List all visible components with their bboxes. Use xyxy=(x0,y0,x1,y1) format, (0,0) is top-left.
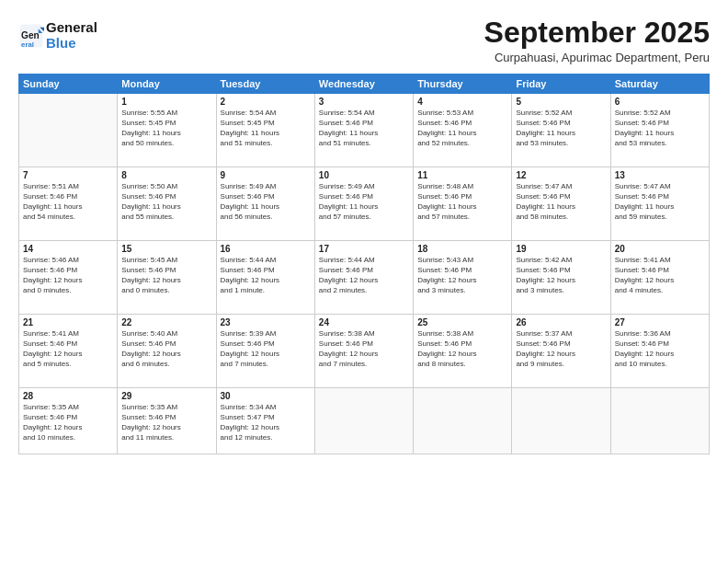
header-row: SundayMondayTuesdayWednesdayThursdayFrid… xyxy=(19,75,710,94)
day-number: 29 xyxy=(121,391,211,401)
calendar-cell: 30Sunrise: 5:34 AM Sunset: 5:47 PM Dayli… xyxy=(216,388,314,454)
day-info: Sunrise: 5:35 AM Sunset: 5:46 PM Dayligh… xyxy=(23,403,113,442)
day-number: 4 xyxy=(417,97,507,107)
logo: Gen eral General Blue xyxy=(18,20,97,51)
calendar-cell xyxy=(512,388,610,454)
day-number: 18 xyxy=(417,244,507,254)
calendar-cell: 16Sunrise: 5:44 AM Sunset: 5:46 PM Dayli… xyxy=(216,241,314,315)
calendar-cell: 27Sunrise: 5:36 AM Sunset: 5:46 PM Dayli… xyxy=(610,315,709,388)
calendar-cell: 18Sunrise: 5:43 AM Sunset: 5:46 PM Dayli… xyxy=(414,241,512,315)
day-info: Sunrise: 5:44 AM Sunset: 5:46 PM Dayligh… xyxy=(221,256,311,295)
calendar-cell: 19Sunrise: 5:42 AM Sunset: 5:46 PM Dayli… xyxy=(512,241,610,315)
calendar-cell: 1Sunrise: 5:55 AM Sunset: 5:45 PM Daylig… xyxy=(118,94,216,167)
day-info: Sunrise: 5:41 AM Sunset: 5:46 PM Dayligh… xyxy=(23,329,113,369)
day-number: 17 xyxy=(319,244,409,254)
calendar-cell: 10Sunrise: 5:49 AM Sunset: 5:46 PM Dayli… xyxy=(314,167,413,241)
calendar-cell: 4Sunrise: 5:53 AM Sunset: 5:46 PM Daylig… xyxy=(414,94,512,167)
day-info: Sunrise: 5:50 AM Sunset: 5:46 PM Dayligh… xyxy=(121,182,211,222)
day-info: Sunrise: 5:46 AM Sunset: 5:46 PM Dayligh… xyxy=(23,256,113,295)
col-header-thursday: Thursday xyxy=(414,75,512,94)
day-number: 2 xyxy=(221,97,311,107)
day-number: 28 xyxy=(23,391,113,401)
day-info: Sunrise: 5:38 AM Sunset: 5:46 PM Dayligh… xyxy=(417,329,507,369)
day-info: Sunrise: 5:39 AM Sunset: 5:46 PM Dayligh… xyxy=(221,329,311,369)
day-info: Sunrise: 5:44 AM Sunset: 5:46 PM Dayligh… xyxy=(319,256,409,295)
day-number: 27 xyxy=(615,317,705,327)
logo-line1: General xyxy=(46,20,97,36)
calendar-cell xyxy=(19,94,118,167)
day-number: 10 xyxy=(319,170,409,180)
day-info: Sunrise: 5:49 AM Sunset: 5:46 PM Dayligh… xyxy=(319,182,409,222)
calendar-cell: 12Sunrise: 5:47 AM Sunset: 5:46 PM Dayli… xyxy=(512,167,610,241)
day-info: Sunrise: 5:54 AM Sunset: 5:46 PM Dayligh… xyxy=(319,109,409,148)
calendar-cell: 21Sunrise: 5:41 AM Sunset: 5:46 PM Dayli… xyxy=(19,315,118,388)
day-number: 23 xyxy=(221,317,311,327)
day-info: Sunrise: 5:35 AM Sunset: 5:46 PM Dayligh… xyxy=(121,403,211,442)
logo-line2: Blue xyxy=(46,36,97,52)
col-header-sunday: Sunday xyxy=(19,75,118,94)
title-block: September 2025 Curpahuasi, Apurimac Depa… xyxy=(484,17,710,64)
calendar-cell: 5Sunrise: 5:52 AM Sunset: 5:46 PM Daylig… xyxy=(512,94,610,167)
day-info: Sunrise: 5:51 AM Sunset: 5:46 PM Dayligh… xyxy=(23,182,113,222)
calendar-cell: 25Sunrise: 5:38 AM Sunset: 5:46 PM Dayli… xyxy=(414,315,512,388)
day-number: 9 xyxy=(221,170,311,180)
calendar-cell: 22Sunrise: 5:40 AM Sunset: 5:46 PM Dayli… xyxy=(118,315,216,388)
col-header-monday: Monday xyxy=(118,75,216,94)
day-info: Sunrise: 5:53 AM Sunset: 5:46 PM Dayligh… xyxy=(417,109,507,148)
day-info: Sunrise: 5:34 AM Sunset: 5:47 PM Dayligh… xyxy=(221,403,311,442)
day-info: Sunrise: 5:52 AM Sunset: 5:46 PM Dayligh… xyxy=(615,109,705,148)
calendar-cell xyxy=(414,388,512,454)
col-header-friday: Friday xyxy=(512,75,610,94)
calendar-cell xyxy=(314,388,413,454)
day-number: 15 xyxy=(121,244,211,254)
col-header-wednesday: Wednesday xyxy=(314,75,413,94)
calendar-cell: 13Sunrise: 5:47 AM Sunset: 5:46 PM Dayli… xyxy=(610,167,709,241)
day-info: Sunrise: 5:43 AM Sunset: 5:46 PM Dayligh… xyxy=(417,256,507,295)
calendar-cell: 24Sunrise: 5:38 AM Sunset: 5:46 PM Dayli… xyxy=(314,315,413,388)
day-info: Sunrise: 5:41 AM Sunset: 5:46 PM Dayligh… xyxy=(615,256,705,295)
day-info: Sunrise: 5:36 AM Sunset: 5:46 PM Dayligh… xyxy=(615,329,705,369)
week-row-1: 1Sunrise: 5:55 AM Sunset: 5:45 PM Daylig… xyxy=(19,94,710,167)
calendar-cell: 11Sunrise: 5:48 AM Sunset: 5:46 PM Dayli… xyxy=(414,167,512,241)
day-info: Sunrise: 5:48 AM Sunset: 5:46 PM Dayligh… xyxy=(417,182,507,222)
day-info: Sunrise: 5:49 AM Sunset: 5:46 PM Dayligh… xyxy=(221,182,311,222)
calendar-cell: 17Sunrise: 5:44 AM Sunset: 5:46 PM Dayli… xyxy=(314,241,413,315)
day-info: Sunrise: 5:54 AM Sunset: 5:45 PM Dayligh… xyxy=(221,109,311,148)
day-info: Sunrise: 5:47 AM Sunset: 5:46 PM Dayligh… xyxy=(615,182,705,222)
day-number: 6 xyxy=(615,97,705,107)
calendar-cell: 26Sunrise: 5:37 AM Sunset: 5:46 PM Dayli… xyxy=(512,315,610,388)
calendar-cell: 20Sunrise: 5:41 AM Sunset: 5:46 PM Dayli… xyxy=(610,241,709,315)
calendar-cell: 3Sunrise: 5:54 AM Sunset: 5:46 PM Daylig… xyxy=(314,94,413,167)
page-header: Gen eral General Blue September 2025 Cur… xyxy=(18,17,710,64)
day-number: 11 xyxy=(417,170,507,180)
day-number: 19 xyxy=(516,244,606,254)
day-number: 16 xyxy=(221,244,311,254)
calendar-cell: 29Sunrise: 5:35 AM Sunset: 5:46 PM Dayli… xyxy=(118,388,216,454)
calendar-cell xyxy=(610,388,709,454)
day-info: Sunrise: 5:55 AM Sunset: 5:45 PM Dayligh… xyxy=(121,109,211,148)
day-number: 26 xyxy=(516,317,606,327)
day-info: Sunrise: 5:37 AM Sunset: 5:46 PM Dayligh… xyxy=(516,329,606,369)
day-number: 8 xyxy=(121,170,211,180)
day-number: 1 xyxy=(121,97,211,107)
day-number: 24 xyxy=(319,317,409,327)
day-number: 22 xyxy=(121,317,211,327)
day-number: 20 xyxy=(615,244,705,254)
week-row-3: 14Sunrise: 5:46 AM Sunset: 5:46 PM Dayli… xyxy=(19,241,710,315)
calendar-cell: 28Sunrise: 5:35 AM Sunset: 5:46 PM Dayli… xyxy=(19,388,118,454)
location-subtitle: Curpahuasi, Apurimac Department, Peru xyxy=(484,51,710,64)
logo-icon: Gen eral xyxy=(18,23,44,49)
month-title: September 2025 xyxy=(484,17,710,49)
day-info: Sunrise: 5:42 AM Sunset: 5:46 PM Dayligh… xyxy=(516,256,606,295)
day-number: 30 xyxy=(221,391,311,401)
day-number: 14 xyxy=(23,244,113,254)
day-number: 7 xyxy=(23,170,113,180)
calendar-cell: 6Sunrise: 5:52 AM Sunset: 5:46 PM Daylig… xyxy=(610,94,709,167)
day-number: 25 xyxy=(417,317,507,327)
calendar-cell: 2Sunrise: 5:54 AM Sunset: 5:45 PM Daylig… xyxy=(216,94,314,167)
day-info: Sunrise: 5:45 AM Sunset: 5:46 PM Dayligh… xyxy=(121,256,211,295)
calendar-cell: 23Sunrise: 5:39 AM Sunset: 5:46 PM Dayli… xyxy=(216,315,314,388)
col-header-saturday: Saturday xyxy=(610,75,709,94)
calendar-table: SundayMondayTuesdayWednesdayThursdayFrid… xyxy=(18,74,710,454)
day-number: 12 xyxy=(516,170,606,180)
